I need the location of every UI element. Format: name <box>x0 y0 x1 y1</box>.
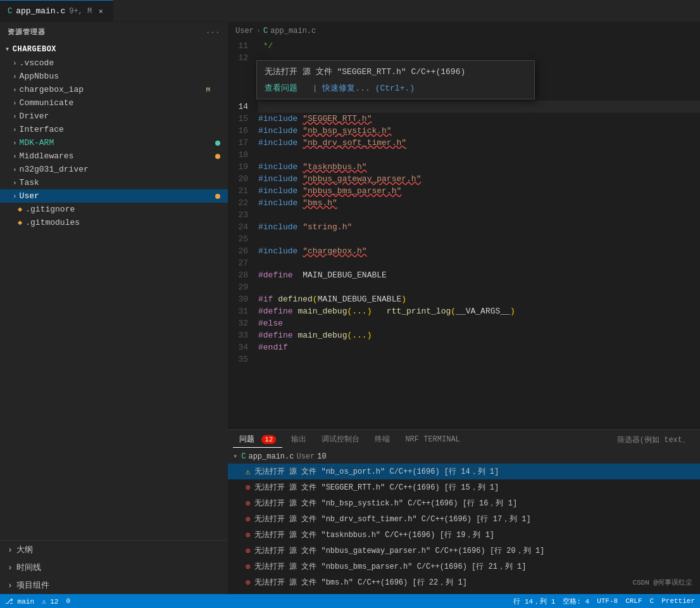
problem-item-7[interactable]: ⊗ 无法打开 源 文件 "bms.h" C/C++(1696) [行 22，列 … <box>228 574 700 590</box>
line-num-27: 27 <box>228 257 248 269</box>
problems-count: 12 <box>261 435 276 444</box>
problem-group-header[interactable]: ▾ C app_main.c User 10 <box>228 449 700 464</box>
line-num-24: 24 <box>228 221 248 233</box>
status-spaces: 空格: 4 <box>563 597 589 606</box>
problem-text: 无法打开 源 文件 "bms.h" C/C++(1696) [行 22，列 1] <box>254 577 695 588</box>
sidebar-item-middlewares[interactable]: › Middlewares <box>0 149 228 163</box>
code-line-16: #include "nb_bsp_systick.h" <box>258 125 700 137</box>
tab-bar: C app_main.c 9+, M ✕ <box>0 0 700 22</box>
root-chevron: ▾ <box>5 44 10 54</box>
sidebar-bottom-outline[interactable]: › 大纲 <box>0 541 228 559</box>
folder-label: Driver <box>20 111 223 121</box>
panel-tab-nrf-terminal[interactable]: NRF TERMINAL <box>399 433 466 447</box>
folder-chevron: › <box>13 73 17 80</box>
status-formatter: Prettier <box>661 597 695 605</box>
panel-filter[interactable]: 筛选器(例如 text、 <box>612 433 695 446</box>
tab-app-main[interactable]: C app_main.c 9+, M ✕ <box>0 0 113 22</box>
tooltip-view-problem[interactable]: 查看问题 <box>265 84 297 93</box>
sidebar-item-n32g031[interactable]: › n32g031_driver <box>0 163 228 176</box>
code-line-21: #include "nbbus_bms_parser.h" <box>258 185 700 197</box>
problem-item-6[interactable]: ⊗ 无法打开 源 文件 "nbbus_bms_parser.h" C/C++(1… <box>228 559 700 574</box>
status-branch: ⎇ main <box>5 597 34 605</box>
line-num-14: 14 <box>228 101 248 113</box>
line-num-23: 23 <box>228 209 248 221</box>
problem-item-5[interactable]: ⊗ 无法打开 源 文件 "nbbus_gateway_parser.h" C/C… <box>228 543 700 559</box>
tab-filename: app_main.c <box>16 6 65 16</box>
sidebar-header: 资源管理器 ··· <box>0 22 228 42</box>
sidebar-file-gitmodules[interactable]: ◆ .gitmodules <box>0 216 228 229</box>
code-line-35 <box>258 353 700 365</box>
sidebar-bottom-timeline[interactable]: › 时间线 <box>0 559 228 576</box>
main-layout: 资源管理器 ··· ▾ CHARGEBOX › .vscode › AppNbb… <box>0 22 700 594</box>
middlewares-badge <box>215 154 220 159</box>
sidebar-bottom-components[interactable]: › 项目组件 <box>0 576 228 594</box>
code-line-11: */ <box>258 40 700 52</box>
sidebar-item-interface[interactable]: › Interface <box>0 123 228 136</box>
problem-text: 无法打开 源 文件 "SEGGER_RTT.h" C/C++(1696) [行 … <box>254 482 695 493</box>
file-diamond-icon: ◆ <box>18 218 22 227</box>
tab-file-icon: C <box>8 7 12 16</box>
tooltip-quick-fix[interactable]: 快速修复... (Ctrl+.) <box>322 84 415 93</box>
error-icon: ⊗ <box>246 530 251 540</box>
line-num-31: 31 <box>228 305 248 317</box>
code-line-28: #define MAIN_DEBUG_ENABLE <box>258 269 700 281</box>
problem-text: 无法打开 源 文件 "nb_os_port.h" C/C++(1696) [行 … <box>254 466 695 477</box>
sidebar-item-vscode[interactable]: › .vscode <box>0 56 228 70</box>
root-label: CHARGEBOX <box>13 45 56 54</box>
panel-tab-output[interactable]: 输出 <box>285 431 313 448</box>
tab-close-button[interactable]: ✕ <box>96 6 106 16</box>
chevron-icon: › <box>8 545 13 555</box>
line-num-26: 26 <box>228 245 248 257</box>
sidebar-file-gitignore[interactable]: ◆ .gitignore <box>0 203 228 216</box>
problem-item-0[interactable]: ⚠ 无法打开 源 文件 "nb_os_port.h" C/C++(1696) [… <box>228 464 700 479</box>
user-badge <box>215 194 220 199</box>
sidebar-item-task[interactable]: › Task <box>0 176 228 189</box>
problem-text: 无法打开 源 文件 "nbbus_bms_parser.h" C/C++(169… <box>254 561 695 572</box>
editor-area[interactable]: 无法打开 源 文件 "SEGGER_RTT.h" C/C++(1696) 查看问… <box>228 40 700 429</box>
sidebar-item-chargebox-iap[interactable]: › chargebox_iap M <box>0 83 228 96</box>
line-num-12: 12 <box>228 52 248 64</box>
sidebar-item-mdk-arm[interactable]: › MDK-ARM <box>0 136 228 149</box>
sidebar-root-folder[interactable]: ▾ CHARGEBOX <box>0 42 228 56</box>
sidebar-item-communicate[interactable]: › Communicate <box>0 96 228 110</box>
panel-tab-problems[interactable]: 问题 12 <box>233 431 282 448</box>
problem-item-2[interactable]: ⊗ 无法打开 源 文件 "nb_bsp_systick.h" C/C++(169… <box>228 495 700 511</box>
line-num-32: 32 <box>228 317 248 329</box>
warning-icon: ⚠ <box>246 467 251 477</box>
status-encoding: UTF-8 <box>597 597 618 605</box>
folder-chevron: › <box>13 113 17 120</box>
sidebar-header-icons[interactable]: ··· <box>206 28 220 36</box>
folder-label: .vscode <box>20 58 223 68</box>
line-numbers: 11 12 14 15 16 17 18 19 20 21 22 23 24 2… <box>228 40 253 429</box>
folder-label: n32g031_driver <box>20 165 223 174</box>
sidebar-item-user[interactable]: › User <box>0 189 228 203</box>
status-zero: 0 <box>66 597 70 605</box>
more-icon[interactable]: ··· <box>206 28 220 36</box>
code-line-32: #else <box>258 317 700 329</box>
problem-item-4[interactable]: ⊗ 无法打开 源 文件 "tasknbbus.h" C/C++(1696) [行… <box>228 527 700 543</box>
problem-text: 无法打开 源 文件 "nb_bsp_systick.h" C/C++(1696)… <box>254 498 695 509</box>
sidebar-item-driver[interactable]: › Driver <box>0 110 228 123</box>
folder-chevron: › <box>13 60 17 67</box>
chevron-icon: › <box>8 581 13 590</box>
tooltip-message: 无法打开 源 文件 "SEGGER_RTT.h" C/C++(1696) <box>265 66 527 77</box>
chevron-icon: › <box>8 563 13 573</box>
line-num-29: 29 <box>228 281 248 293</box>
panel-content: ▾ C app_main.c User 10 ⚠ 无法打开 源 文件 "nb_o… <box>228 449 700 594</box>
outline-label: 大纲 <box>16 544 33 555</box>
error-icon: ⊗ <box>246 498 251 509</box>
watermark: CSDN @何事误红尘 <box>632 578 692 587</box>
panel-tab-terminal[interactable]: 终端 <box>368 431 396 448</box>
sidebar-bottom: › 大纲 › 时间线 › 项目组件 <box>0 540 228 594</box>
panel-tabs: 问题 12 输出 调试控制台 终端 NRF TERMINAL 筛选器(例如 te… <box>228 430 700 449</box>
code-line-30: #if defined(MAIN_DEBUG_ENABLE) <box>258 293 700 305</box>
panel-tab-debug-console[interactable]: 调试控制台 <box>315 431 366 448</box>
sidebar-item-appnbbus[interactable]: › AppNbbus <box>0 70 228 83</box>
mdk-badge <box>215 141 220 146</box>
problem-item-1[interactable]: ⊗ 无法打开 源 文件 "SEGGER_RTT.h" C/C++(1696) [… <box>228 479 700 495</box>
line-num-35: 35 <box>228 353 248 365</box>
tab-status: 9+, M <box>69 7 92 16</box>
problem-item-3[interactable]: ⊗ 无法打开 源 文件 "nb_drv_soft_timer.h" C/C++(… <box>228 511 700 527</box>
status-bar: ⎇ main ⚠ 12 0 行 14，列 1 空格: 4 UTF-8 CRLF … <box>0 594 700 608</box>
timeline-label: 时间线 <box>16 562 41 573</box>
